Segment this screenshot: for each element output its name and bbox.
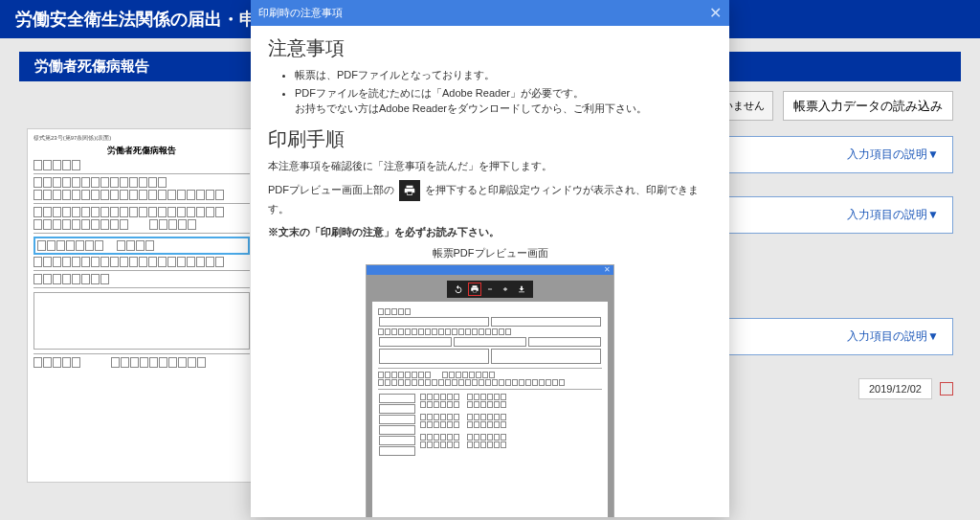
pdf-toolbar [447,281,533,298]
download-icon [516,283,527,295]
pdf-preview-label: 帳票PDFプレビュー画面 [268,246,712,260]
print-step-2: PDFプレビュー画面上部の を押下すると印刷設定ウィンドウが表示され、印刷できま… [268,180,712,218]
pdf-preview: ✕ [366,264,614,517]
modal-body: 注意事項 帳票は、PDFファイルとなっております。 PDFファイルを読むためには… [251,26,729,517]
modal-title: 印刷時の注意事項 [258,6,343,20]
modal-header: 印刷時の注意事項 ✕ [251,0,729,26]
zoom-in-icon [500,283,511,295]
close-icon[interactable]: ✕ [709,4,722,22]
pdf-preview-titlebar: ✕ [367,265,613,275]
modal-overlay: 印刷時の注意事項 ✕ 注意事項 帳票は、PDFファイルとなっております。 PDF… [0,0,980,520]
zoom-out-icon [484,283,496,295]
print-note: ※文末の「印刷時の注意」を必ずお読み下さい。 [268,224,712,241]
print-icon [399,180,420,201]
rotate-icon [453,283,464,295]
section-notice-title: 注意事項 [268,35,712,61]
pdf-page [372,302,608,517]
pdf-close-icon: ✕ [604,265,611,275]
notice-item: PDFファイルを読むためには「Adobe Reader」が必要です。 お持ちでな… [295,85,712,117]
print-icon [469,283,480,295]
notice-item: 帳票は、PDFファイルとなっております。 [295,67,712,83]
print-step-1: 本注意事項を確認後に「注意事項を読んだ」を押下します。 [268,158,712,175]
modal: 印刷時の注意事項 ✕ 注意事項 帳票は、PDFファイルとなっております。 PDF… [251,0,729,517]
notice-list: 帳票は、PDFファイルとなっております。 PDFファイルを読むためには「Adob… [268,67,712,117]
section-print-title: 印刷手順 [268,126,712,152]
